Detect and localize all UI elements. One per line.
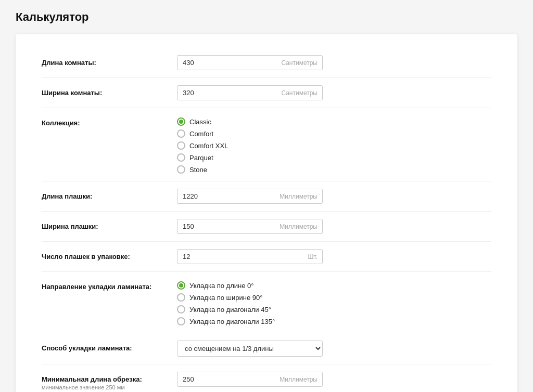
room-width-row: Ширина комнаты: Сантиметры (42, 80, 491, 106)
collection-classic-label: Classic (189, 118, 211, 126)
collection-stone[interactable]: Stone (177, 165, 491, 174)
method-select-wrap: со смещением на 1/3 длины со смещением н… (177, 341, 323, 357)
min-cut-label: Минимальная длина обрезка: минимальное з… (42, 372, 177, 390)
room-length-label: Длина комнаты: (42, 55, 177, 67)
min-cut-control: Миллиметры (177, 372, 491, 387)
direction-135-label: Укладка по диагонали 135° (189, 318, 275, 325)
calculator-card: Длина комнаты: Сантиметры Ширина комнаты… (16, 34, 517, 392)
collection-stone-label: Stone (189, 166, 207, 174)
plank-width-row: Ширина плашки: Миллиметры (42, 214, 491, 239)
room-width-control: Сантиметры (177, 85, 491, 100)
collection-comfort-label: Comfort (189, 130, 213, 138)
planks-per-pack-input[interactable] (177, 249, 323, 264)
collection-comfort[interactable]: Comfort (177, 129, 491, 138)
direction-0[interactable]: Укладка по длине 0° (177, 281, 491, 290)
direction-90-label: Укладка по ширине 90° (189, 294, 262, 302)
room-width-label: Ширина комнаты: (42, 85, 177, 97)
plank-length-input[interactable] (177, 189, 323, 204)
method-label: Способ укладки ламината: (42, 341, 177, 352)
plank-width-input-wrap: Миллиметры (177, 219, 323, 234)
room-length-input[interactable] (177, 55, 323, 70)
plank-width-control: Миллиметры (177, 219, 491, 234)
collection-label: Коллекция: (42, 115, 177, 127)
direction-135[interactable]: Укладка по диагонали 135° (177, 317, 491, 325)
direction-135-radio[interactable] (177, 317, 185, 325)
min-cut-row: Минимальная длина обрезка: минимальное з… (42, 367, 491, 392)
collection-parquet-label: Parquet (189, 154, 213, 162)
direction-90-radio[interactable] (177, 293, 185, 302)
room-length-control: Сантиметры (177, 55, 491, 70)
planks-per-pack-label: Число плашек в упаковке: (42, 249, 177, 260)
method-select[interactable]: со смещением на 1/3 длины со смещением н… (177, 341, 323, 357)
plank-length-row: Длина плашки: Миллиметры (42, 184, 491, 209)
direction-45[interactable]: Укладка по диагонали 45° (177, 305, 491, 313)
plank-length-control: Миллиметры (177, 189, 491, 204)
collection-row: Коллекция: Classic Comfort Comfort XXL (42, 110, 491, 179)
collection-comfort-xxl-radio[interactable] (177, 141, 185, 150)
room-width-input[interactable] (177, 85, 323, 100)
direction-0-label: Укладка по длине 0° (189, 282, 254, 290)
plank-length-label: Длина плашки: (42, 189, 177, 200)
direction-control: Укладка по длине 0° Укладка по ширине 90… (177, 279, 491, 325)
direction-90[interactable]: Укладка по ширине 90° (177, 293, 491, 302)
plank-length-input-wrap: Миллиметры (177, 189, 323, 204)
planks-per-pack-control: Шт. (177, 249, 491, 264)
collection-stone-radio[interactable] (177, 165, 185, 174)
plank-width-input[interactable] (177, 219, 323, 234)
min-cut-input-wrap: Миллиметры (177, 372, 323, 387)
collection-parquet[interactable]: Parquet (177, 153, 491, 162)
collection-comfort-xxl[interactable]: Comfort XXL (177, 141, 491, 150)
min-cut-sublabel: минимальное значение 250 мм (42, 384, 177, 390)
collection-classic[interactable]: Classic (177, 117, 491, 126)
collection-parquet-radio[interactable] (177, 153, 185, 162)
plank-width-label: Ширина плашки: (42, 219, 177, 230)
collection-radio-group: Classic Comfort Comfort XXL Parquet (177, 115, 491, 174)
room-length-input-wrap: Сантиметры (177, 55, 323, 70)
collection-control: Classic Comfort Comfort XXL Parquet (177, 115, 491, 174)
method-control: со смещением на 1/3 длины со смещением н… (177, 341, 491, 357)
room-length-row: Длина комнаты: Сантиметры (42, 50, 491, 75)
collection-comfort-radio[interactable] (177, 129, 185, 138)
direction-45-label: Укладка по диагонали 45° (189, 306, 271, 313)
page-title: Калькулятор (16, 10, 517, 24)
method-row: Способ укладки ламината: со смещением на… (42, 335, 491, 362)
min-cut-input[interactable] (177, 372, 323, 387)
room-width-input-wrap: Сантиметры (177, 85, 323, 100)
direction-row: Направление укладки ламината: Укладка по… (42, 274, 491, 331)
planks-per-pack-input-wrap: Шт. (177, 249, 323, 264)
collection-comfort-xxl-label: Comfort XXL (189, 142, 228, 150)
planks-per-pack-row: Число плашек в упаковке: Шт. (42, 244, 491, 269)
direction-radio-group: Укладка по длине 0° Укладка по ширине 90… (177, 279, 491, 325)
collection-classic-radio[interactable] (177, 117, 185, 126)
direction-0-radio[interactable] (177, 281, 185, 290)
direction-45-radio[interactable] (177, 305, 185, 313)
direction-label: Направление укладки ламината: (42, 279, 177, 291)
